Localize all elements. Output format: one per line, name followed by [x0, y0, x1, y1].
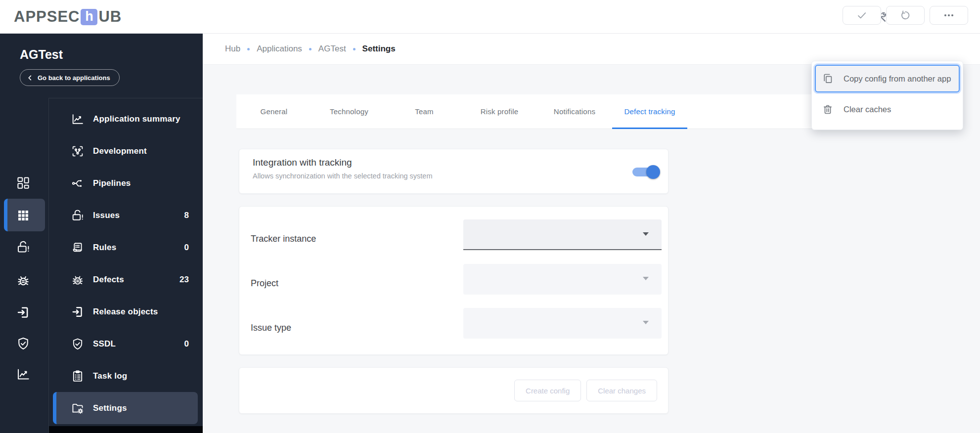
nav-label: Task log: [93, 371, 127, 381]
breadcrumb-hub[interactable]: Hub: [225, 44, 240, 54]
pipeline-fork-icon: [71, 176, 85, 190]
line-chart-icon: [71, 112, 85, 126]
restore-config-button[interactable]: [886, 6, 925, 25]
tab-risk-profile[interactable]: Risk profile: [462, 94, 537, 129]
logo-text-post: UB: [98, 8, 122, 26]
tracker-form-card: Tracker instance Project Issue type: [239, 206, 668, 355]
breadcrumb-settings-current: Settings: [362, 44, 396, 54]
icon-rail: [0, 98, 49, 433]
shield-check-icon: [71, 337, 85, 351]
breadcrumb-applications[interactable]: Applications: [257, 44, 302, 54]
tab-defect-tracking[interactable]: Defect tracking: [612, 94, 687, 129]
toggle-knob: [646, 165, 660, 179]
count-badge: 8: [184, 211, 189, 220]
app-window: APPSEChUB: [0, 0, 980, 433]
sidebar-nav: Application summary Development Pi: [49, 103, 203, 424]
content-header: Hub Applications AGTest Settings: [203, 34, 980, 65]
logo-text-pre: APPSEC: [14, 8, 80, 26]
project-label: Project: [251, 278, 278, 289]
copy-icon: [822, 73, 834, 85]
integration-title: Integration with tracking: [253, 157, 352, 168]
nav-label: Application summary: [93, 114, 180, 124]
sidebar-item-task-log[interactable]: Task log: [49, 360, 203, 392]
restore-icon: [899, 9, 911, 21]
breadcrumb: Hub Applications AGTest Settings: [225, 34, 396, 64]
sidebar-item-application-summary[interactable]: Application summary: [49, 103, 203, 135]
nav-label: Issues: [93, 211, 120, 220]
bug-icon: [71, 273, 85, 287]
sidebar-bottom-strip: [49, 426, 203, 433]
chevron-left-icon: [27, 75, 33, 81]
lock-open-alert-icon: [71, 209, 85, 222]
breadcrumb-agtest[interactable]: AGTest: [318, 44, 346, 54]
sidebar-item-issues[interactable]: Issues 8: [49, 199, 203, 231]
sidebar-item-release-objects[interactable]: Release objects: [49, 296, 203, 328]
menu-item-label: Clear caches: [844, 105, 891, 114]
sidebar-item-pipelines[interactable]: Pipelines: [49, 167, 203, 199]
sidebar: AGTest Go back to applications: [0, 34, 203, 433]
more-options-button[interactable]: [930, 6, 968, 25]
rail-ssdl-shield-icon[interactable]: [16, 336, 31, 351]
sidebar-item-settings[interactable]: Settings: [53, 392, 198, 424]
count-badge: 23: [179, 275, 189, 285]
issue-type-label: Issue type: [251, 323, 291, 333]
back-to-applications-button[interactable]: Go back to applications: [20, 69, 120, 86]
nav-label: Settings: [93, 403, 127, 413]
menu-item-label: Copy config from another app: [844, 74, 951, 84]
nav-label: Pipelines: [93, 178, 131, 188]
breadcrumb-separator: [247, 48, 250, 50]
count-badge: 0: [184, 243, 189, 253]
folder-gear-icon: [71, 401, 85, 415]
ellipsis-icon: [942, 9, 955, 22]
nav-label: Release objects: [93, 307, 158, 317]
sidebar-item-rules[interactable]: Rules 0: [49, 231, 203, 263]
tab-technology[interactable]: Technology: [312, 94, 387, 129]
tracker-instance-label: Tracker instance: [251, 234, 316, 244]
top-bar: APPSEChUB: [0, 0, 980, 34]
dev-branch-frame-icon: [71, 144, 85, 158]
nav-label: Rules: [93, 243, 116, 253]
logo-h-mark: h: [81, 9, 97, 25]
clipboard-list-icon: [71, 369, 85, 383]
create-config-button[interactable]: Create config: [514, 380, 581, 401]
project-select[interactable]: [463, 264, 662, 295]
dashboard-icon[interactable]: [16, 175, 31, 190]
tracker-instance-select[interactable]: [463, 219, 662, 250]
more-options-menu: Copy config from another app Clear cache…: [811, 61, 963, 130]
count-badge: 0: [184, 339, 189, 349]
tab-notifications[interactable]: Notifications: [537, 94, 612, 129]
rail-release-sign-in-icon[interactable]: [16, 305, 31, 320]
clear-changes-button[interactable]: Clear changes: [586, 380, 657, 401]
rail-defects-bug-icon[interactable]: [16, 273, 31, 288]
rail-issues-lock-icon[interactable]: [16, 240, 31, 255]
check-icon: [856, 9, 868, 21]
menu-item-clear-caches[interactable]: Clear caches: [812, 92, 963, 126]
rail-analytics-chart-icon[interactable]: [16, 367, 31, 382]
settings-tabs: General Technology Team Risk profile Not…: [236, 94, 812, 129]
applications-grid-icon[interactable]: [16, 208, 31, 223]
form-actions-card: Create config Clear changes: [239, 367, 668, 414]
scroll-icon: [71, 241, 85, 255]
breadcrumb-separator: [309, 48, 312, 50]
sidebar-item-ssdl[interactable]: SSDL 0: [49, 328, 203, 360]
menu-item-copy-config[interactable]: Copy config from another app: [815, 65, 960, 92]
nav-label: SSDL: [93, 339, 116, 349]
sidebar-item-development[interactable]: Development: [49, 135, 203, 167]
apply-config-button[interactable]: [843, 6, 881, 25]
sidebar-item-defects[interactable]: Defects 23: [49, 263, 203, 296]
dropdown-caret-icon: [643, 321, 649, 324]
application-title: AGTest: [20, 47, 63, 62]
integration-toggle[interactable]: [632, 165, 660, 179]
sidebar-divider: [49, 98, 203, 98]
header-action-buttons: [843, 6, 968, 25]
issue-type-select[interactable]: [463, 308, 662, 339]
tab-general[interactable]: General: [236, 94, 312, 129]
nav-label: Defects: [93, 275, 124, 285]
appsechub-logo: APPSEChUB: [14, 0, 122, 34]
tab-team[interactable]: Team: [387, 94, 462, 129]
trash-icon: [822, 103, 834, 115]
dropdown-caret-icon: [643, 277, 649, 280]
sign-in-icon: [71, 305, 85, 319]
breadcrumb-separator: [353, 48, 356, 50]
nav-label: Development: [93, 146, 147, 156]
